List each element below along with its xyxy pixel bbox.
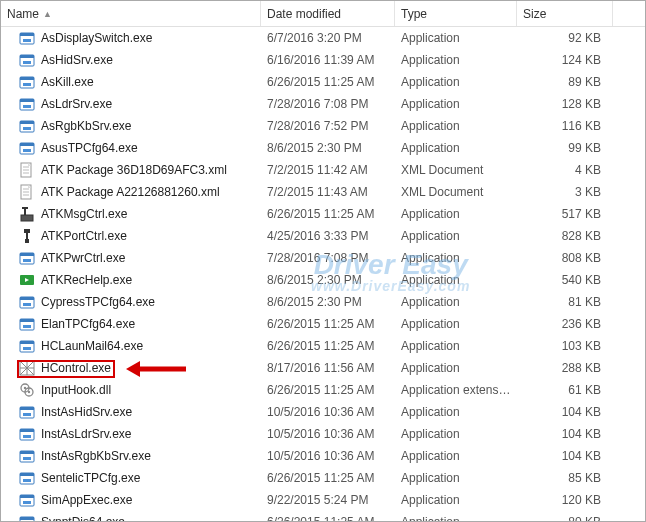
file-row[interactable]: HCLaunMail64.exe6/26/2015 11:25 AMApplic… <box>1 335 645 357</box>
file-row[interactable]: ElanTPCfg64.exe6/26/2015 11:25 AMApplica… <box>1 313 645 335</box>
file-size: 236 KB <box>517 317 607 331</box>
file-type: Application <box>395 339 517 353</box>
file-name: ATKPwrCtrl.exe <box>41 251 125 265</box>
column-header-size[interactable]: Size <box>517 1 613 26</box>
file-type: Application <box>395 119 517 133</box>
file-row[interactable]: InstAsLdrSrv.exe10/5/2016 10:36 AMApplic… <box>1 423 645 445</box>
file-type: Application <box>395 317 517 331</box>
file-row[interactable]: AsKill.exe6/26/2015 11:25 AMApplication8… <box>1 71 645 93</box>
file-type: Application <box>395 427 517 441</box>
file-size: 288 KB <box>517 361 607 375</box>
file-row[interactable]: SentelicTPCfg.exe6/26/2015 11:25 AMAppli… <box>1 467 645 489</box>
exe-icon <box>19 96 35 112</box>
file-row[interactable]: AsHidSrv.exe6/16/2016 11:39 AMApplicatio… <box>1 49 645 71</box>
file-name: SentelicTPCfg.exe <box>41 471 140 485</box>
file-date: 6/26/2015 11:25 AM <box>261 207 395 221</box>
file-date: 9/22/2015 5:24 PM <box>261 493 395 507</box>
column-header-row: Name ▲ Date modified Type Size <box>1 1 645 27</box>
file-size: 540 KB <box>517 273 607 287</box>
file-type: Application <box>395 229 517 243</box>
column-header-size-label: Size <box>523 7 546 21</box>
port-icon <box>19 228 35 244</box>
exe-icon <box>19 316 35 332</box>
exe-icon <box>19 118 35 134</box>
file-size: 85 KB <box>517 471 607 485</box>
file-type: Application <box>395 295 517 309</box>
file-size: 120 KB <box>517 493 607 507</box>
dll-icon <box>19 382 35 398</box>
file-date: 8/6/2015 2:30 PM <box>261 141 395 155</box>
file-name: HCLaunMail64.exe <box>41 339 143 353</box>
file-date: 6/26/2015 11:25 AM <box>261 75 395 89</box>
column-header-type-label: Type <box>401 7 427 21</box>
file-size: 4 KB <box>517 163 607 177</box>
file-row[interactable]: AsusTPCfg64.exe8/6/2015 2:30 PMApplicati… <box>1 137 645 159</box>
exe-icon <box>19 52 35 68</box>
hc-icon <box>19 360 35 376</box>
file-size: 517 KB <box>517 207 607 221</box>
file-name: AsDisplaySwitch.exe <box>41 31 152 45</box>
file-size: 104 KB <box>517 427 607 441</box>
file-name: InstAsRgbKbSrv.exe <box>41 449 151 463</box>
file-size: 3 KB <box>517 185 607 199</box>
column-header-date-label: Date modified <box>267 7 341 21</box>
file-name: ATKPortCtrl.exe <box>41 229 127 243</box>
file-row[interactable]: ATKMsgCtrl.exe6/26/2015 11:25 AMApplicat… <box>1 203 645 225</box>
file-size: 808 KB <box>517 251 607 265</box>
file-list[interactable]: AsDisplaySwitch.exe6/7/2016 3:20 PMAppli… <box>1 27 645 521</box>
file-row[interactable]: InputHook.dll6/26/2015 11:25 AMApplicati… <box>1 379 645 401</box>
rec-icon <box>19 272 35 288</box>
exe-icon <box>19 74 35 90</box>
exe-icon <box>19 448 35 464</box>
exe-icon <box>19 470 35 486</box>
file-date: 7/2/2015 11:42 AM <box>261 163 395 177</box>
file-size: 80 KB <box>517 515 607 521</box>
file-row[interactable]: CypressTPCfg64.exe8/6/2015 2:30 PMApplic… <box>1 291 645 313</box>
file-row[interactable]: AsRgbKbSrv.exe7/28/2016 7:52 PMApplicati… <box>1 115 645 137</box>
file-row[interactable]: ATKRecHelp.exe8/6/2015 2:30 PMApplicatio… <box>1 269 645 291</box>
file-row[interactable]: ATKPwrCtrl.exe7/28/2016 7:08 PMApplicati… <box>1 247 645 269</box>
file-type: Application <box>395 207 517 221</box>
exe-icon <box>19 492 35 508</box>
file-name: SimAppExec.exe <box>41 493 132 507</box>
file-row[interactable]: InstAsHidSrv.exe10/5/2016 10:36 AMApplic… <box>1 401 645 423</box>
column-header-type[interactable]: Type <box>395 1 517 26</box>
file-date: 8/6/2015 2:30 PM <box>261 273 395 287</box>
file-row[interactable]: ATK Package 36D18D69AFC3.xml7/2/2015 11:… <box>1 159 645 181</box>
file-name: HControl.exe <box>41 361 111 375</box>
file-type: Application <box>395 405 517 419</box>
file-type: Application extens… <box>395 383 517 397</box>
file-row[interactable]: InstAsRgbKbSrv.exe10/5/2016 10:36 AMAppl… <box>1 445 645 467</box>
exe-icon <box>19 426 35 442</box>
file-name: AsLdrSrv.exe <box>41 97 112 111</box>
file-size: 124 KB <box>517 53 607 67</box>
file-type: Application <box>395 471 517 485</box>
file-date: 10/5/2016 10:36 AM <box>261 427 395 441</box>
file-date: 6/16/2016 11:39 AM <box>261 53 395 67</box>
file-name: InstAsLdrSrv.exe <box>41 427 131 441</box>
file-row[interactable]: ATKPortCtrl.exe4/25/2016 3:33 PMApplicat… <box>1 225 645 247</box>
file-size: 828 KB <box>517 229 607 243</box>
file-row[interactable]: AsLdrSrv.exe7/28/2016 7:08 PMApplication… <box>1 93 645 115</box>
file-row[interactable]: SynptDis64.exe6/26/2015 11:25 AMApplicat… <box>1 511 645 521</box>
column-header-name-label: Name <box>7 7 39 21</box>
file-name: AsRgbKbSrv.exe <box>41 119 132 133</box>
column-header-name[interactable]: Name ▲ <box>1 1 261 26</box>
sort-ascending-icon: ▲ <box>43 9 52 19</box>
file-row[interactable]: ATK Package A22126881260.xml7/2/2015 11:… <box>1 181 645 203</box>
file-type: Application <box>395 251 517 265</box>
file-date: 10/5/2016 10:36 AM <box>261 405 395 419</box>
file-size: 81 KB <box>517 295 607 309</box>
file-name: SynptDis64.exe <box>41 515 125 521</box>
file-row[interactable]: AsDisplaySwitch.exe6/7/2016 3:20 PMAppli… <box>1 27 645 49</box>
file-date: 6/26/2015 11:25 AM <box>261 339 395 353</box>
file-date: 7/28/2016 7:52 PM <box>261 119 395 133</box>
file-name: AsHidSrv.exe <box>41 53 113 67</box>
file-type: XML Document <box>395 163 517 177</box>
file-date: 7/2/2015 11:43 AM <box>261 185 395 199</box>
file-row[interactable]: SimAppExec.exe9/22/2015 5:24 PMApplicati… <box>1 489 645 511</box>
msg-icon <box>19 206 35 222</box>
column-header-date[interactable]: Date modified <box>261 1 395 26</box>
file-name: AsKill.exe <box>41 75 94 89</box>
file-row[interactable]: HControl.exe8/17/2016 11:56 AMApplicatio… <box>1 357 645 379</box>
